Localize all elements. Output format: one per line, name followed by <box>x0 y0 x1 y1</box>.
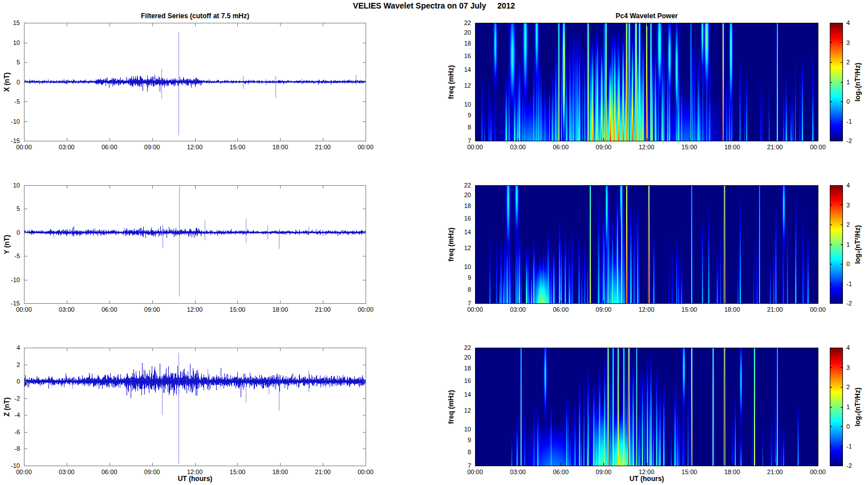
x-tick-label: 18:00 <box>272 144 288 150</box>
x-tick-label: 15:00 <box>682 468 697 475</box>
x-tick-label: 00:00 <box>358 468 374 475</box>
x-wavelet-spectrogram <box>475 23 818 141</box>
colorbar-tick-label: -1 <box>846 118 852 125</box>
x-tick-label: 21:00 <box>767 306 783 313</box>
x-tick-label: 00:00 <box>16 144 32 150</box>
colorbar-tick-label: 3 <box>846 364 850 371</box>
x-tick-label: 06:00 <box>553 306 569 313</box>
y-tick-label: 20 <box>464 191 471 198</box>
colorbar-tick-label: -2 <box>846 137 852 144</box>
x-tick-label: 09:00 <box>596 468 612 475</box>
x-tick-label: 12:00 <box>639 468 655 475</box>
filtered-series-title: Filtered Series (cutoff at 7.5 mHz) <box>141 12 249 20</box>
y-tick-label: -10 <box>11 276 20 283</box>
colorbar-label: log₂(nT²/Hz) <box>854 388 862 426</box>
x-tick-label: 03:00 <box>59 144 75 150</box>
x-tick-label: 00:00 <box>358 306 374 313</box>
colorbar-tick-label: 0 <box>846 260 850 267</box>
y-tick-label: 7 <box>468 137 471 144</box>
x-tick-label: 12:00 <box>187 306 203 313</box>
colorbar-tick-label: -2 <box>846 300 852 307</box>
y-tick-label: 12 <box>464 82 471 89</box>
y-tick-label: 12 <box>464 407 471 414</box>
colorbar-gradient <box>830 23 843 141</box>
y-tick-label: 14 <box>464 229 471 235</box>
colorbar-tick-label: 3 <box>846 202 850 209</box>
colorbar-z: log₂(nT²/Hz) -2-101234 <box>830 348 843 466</box>
wavelet-spectra-figure: VELIES Wavelet Spectra on 07 July 2012 F… <box>0 0 868 485</box>
x-tick-label: 00:00 <box>358 144 374 150</box>
y-tick-label: 5 <box>17 59 20 66</box>
x-tick-label: 06:00 <box>553 144 569 150</box>
y-tick-label: 4 <box>17 344 20 351</box>
y-tick-label: 16 <box>464 215 471 222</box>
colorbar-tick-label: 2 <box>846 221 850 228</box>
y-tick-label: -6 <box>14 429 20 435</box>
x-tick-label: 12:00 <box>639 144 655 150</box>
x-spect-ylabel: freq (mHz) <box>447 65 455 99</box>
y-tick-label: 14 <box>464 391 471 398</box>
y-tick-label: 5 <box>17 205 20 212</box>
x-tick-label: 18:00 <box>272 468 288 475</box>
y-tick-label: -5 <box>14 252 20 259</box>
y-wavelet-spectrogram <box>475 185 818 304</box>
y-tick-label: 10 <box>464 101 471 108</box>
time-axis-label-left: UT (hours) <box>178 475 213 483</box>
y-tick-label: -5 <box>14 98 20 105</box>
colorbar-tick-label: 4 <box>846 19 850 26</box>
y-tick-label: 18 <box>464 202 471 209</box>
colorbar-tick-label: 0 <box>846 423 850 430</box>
panel-y-wavelet-power: freq (mHz) 00:0003:0006:0009:0012:0015:0… <box>475 185 818 304</box>
y-tick-label: 9 <box>468 437 471 443</box>
colorbar-tick-label: 3 <box>846 39 850 46</box>
x-tick-label: 00:00 <box>810 468 826 475</box>
y-series-ylabel: Y (nT) <box>3 235 11 254</box>
x-tick-label: 03:00 <box>59 306 75 313</box>
colorbar-label: log₂(nT²/Hz) <box>854 63 862 101</box>
y-tick-label: -15 <box>11 137 20 144</box>
y-tick-label: 10 <box>13 39 20 46</box>
panel-z-filtered-series: Z (nT) UT (hours) 00:0003:0006:0009:0012… <box>24 348 366 466</box>
x-tick-label: 21:00 <box>315 144 331 150</box>
x-tick-label: 15:00 <box>682 144 697 150</box>
x-tick-label: 12:00 <box>187 144 203 150</box>
colorbar-tick-label: 4 <box>846 344 850 351</box>
x-tick-label: 09:00 <box>144 144 160 150</box>
y-tick-label: 20 <box>464 354 471 361</box>
y-tick-label: 8 <box>468 449 471 455</box>
colorbar-tick-label: -1 <box>846 443 852 450</box>
x-tick-label: 06:00 <box>553 468 569 475</box>
panel-y-filtered-series: Y (nT) 00:0003:0006:0009:0012:0015:0018:… <box>24 185 366 304</box>
y-tick-label: 8 <box>468 286 471 293</box>
y-tick-label: 16 <box>464 377 471 384</box>
y-tick-label: -2 <box>14 395 20 402</box>
colorbar-tick-label: 1 <box>846 241 850 248</box>
colorbar-tick-label: 1 <box>846 404 850 410</box>
panel-x-wavelet-power: Pc4 Wavelet Power freq (mHz) 00:0003:000… <box>475 23 818 141</box>
y-tick-label: -10 <box>11 462 20 469</box>
y-series-plot <box>24 185 366 304</box>
colorbar-label: log₂(nT²/Hz) <box>854 225 862 264</box>
x-tick-label: 09:00 <box>596 144 612 150</box>
x-series-plot <box>24 23 366 141</box>
x-tick-label: 21:00 <box>315 468 331 475</box>
y-tick-label: 10 <box>464 426 471 433</box>
y-tick-label: -15 <box>11 300 20 307</box>
y-tick-label: 18 <box>464 40 471 47</box>
colorbar-tick-label: -2 <box>846 462 852 469</box>
colorbar-tick-label: 1 <box>846 79 850 85</box>
y-tick-label: 18 <box>464 365 471 372</box>
colorbar-gradient <box>830 185 843 304</box>
x-tick-label: 09:00 <box>144 306 160 313</box>
x-tick-label: 09:00 <box>596 306 612 313</box>
x-tick-label: 09:00 <box>144 468 160 475</box>
x-tick-label: 12:00 <box>187 468 203 475</box>
z-series-ylabel: Z (nT) <box>3 397 11 416</box>
z-wavelet-spectrogram <box>475 348 818 466</box>
colorbar-tick-label: 2 <box>846 59 850 66</box>
x-tick-label: 15:00 <box>230 306 246 313</box>
y-tick-label: 0 <box>17 378 20 385</box>
x-tick-label: 03:00 <box>510 144 526 150</box>
x-tick-label: 18:00 <box>272 306 288 313</box>
y-tick-label: 2 <box>17 361 20 368</box>
